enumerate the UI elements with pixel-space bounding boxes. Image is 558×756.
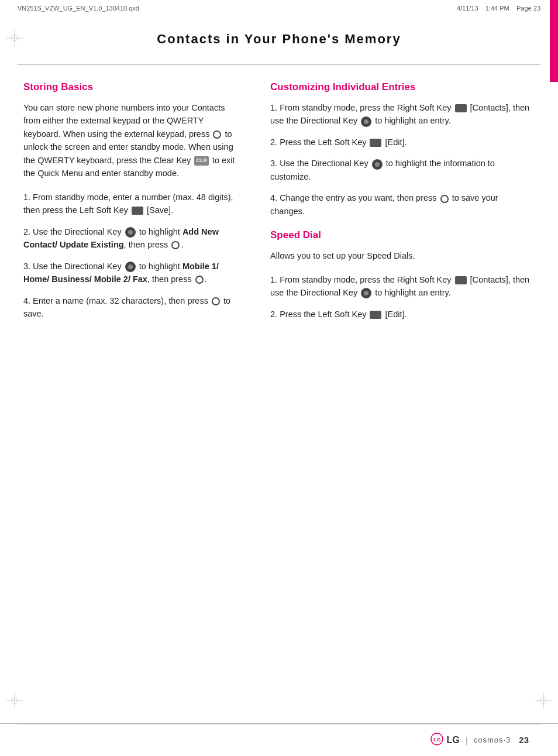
softkey-icon-3 — [370, 139, 381, 147]
directional-icon-1 — [125, 227, 136, 238]
directional-icon-4 — [372, 159, 383, 170]
storing-basics-title: Storing Basics — [23, 81, 241, 93]
list-item-3: 3. Use the Directional Key to highlight … — [23, 260, 241, 286]
cust-item-2: 2. Press the Left Soft Key [Edit]. — [270, 136, 535, 149]
page-wrapper: VN251S_VZW_UG_EN_V1.0_130410.qxd 4/11/13… — [0, 0, 558, 756]
speed-dial-intro: Allows you to set up your Speed Dials. — [270, 249, 535, 262]
ok-icon-3 — [195, 276, 204, 284]
cust-item-3: 3. Use the Directional Key to highlight … — [270, 157, 535, 183]
page-title: Contacts in Your Phone's Memory — [35, 32, 523, 47]
brand-lg-icon: LG — [430, 733, 443, 747]
speed-dial-title: Speed Dial — [270, 229, 535, 241]
ok-icon-1 — [213, 130, 221, 139]
page-number: 23 — [519, 735, 529, 745]
brand-lg-text: LG — [447, 735, 460, 745]
ok-icon-4 — [212, 297, 220, 305]
brand-area: LG LG | cosmos·3 23 — [430, 733, 529, 747]
filename: VN251S_VZW_UG_EN_V1.0_130410.qxd — [18, 5, 139, 12]
softkey-icon-5 — [370, 311, 381, 319]
speed-item-1: 1. From standby mode, press the Right So… — [270, 273, 535, 300]
accent-bar — [550, 0, 558, 82]
softkey-icon-2 — [455, 104, 467, 112]
speed-item-2: 2. Press the Left Soft Key [Edit]. — [270, 308, 535, 321]
list-item-4: 4. Enter a name (max. 32 characters), th… — [23, 294, 241, 321]
softkey-icon-4 — [455, 276, 467, 284]
bottom-bar: LG LG | cosmos·3 23 — [0, 723, 558, 756]
directional-icon-3 — [361, 116, 371, 127]
ok-icon-5 — [440, 195, 449, 203]
brand-separator: | — [466, 735, 468, 745]
reg-mark-bl — [6, 692, 23, 709]
clr-icon: CLR — [194, 156, 209, 166]
reg-mark-tl — [6, 29, 23, 47]
list-item-2: 2. Use the Directional Key to highlight … — [23, 225, 241, 252]
directional-icon-2 — [125, 262, 136, 272]
softkey-icon-1 — [132, 207, 143, 215]
file-date: 4/11/13 1:44 PM Page 23 — [457, 5, 540, 12]
top-bar: VN251S_VZW_UG_EN_V1.0_130410.qxd 4/11/13… — [0, 0, 558, 14]
left-column: Storing Basics You can store new phone n… — [23, 81, 259, 329]
lg-logo-icon: LG — [430, 733, 443, 745]
reg-mark-br — [535, 692, 552, 709]
svg-text:LG: LG — [433, 737, 441, 743]
cust-item-1: 1. From standby mode, press the Right So… — [270, 101, 535, 128]
list-item-1: 1. From standby mode, enter a number (ma… — [23, 191, 241, 217]
main-content: Storing Basics You can store new phone n… — [0, 65, 558, 341]
customizing-title: Customizing Individual Entries — [270, 81, 535, 93]
brand-cosmos-text: cosmos·3 — [474, 736, 511, 744]
ok-icon-2 — [171, 241, 180, 249]
right-column: Customizing Individual Entries 1. From s… — [259, 81, 535, 329]
directional-icon-5 — [361, 288, 371, 298]
cust-item-4: 4. Change the entry as you want, then pr… — [270, 191, 535, 218]
storing-basics-intro: You can store new phone numbers into you… — [23, 101, 241, 180]
